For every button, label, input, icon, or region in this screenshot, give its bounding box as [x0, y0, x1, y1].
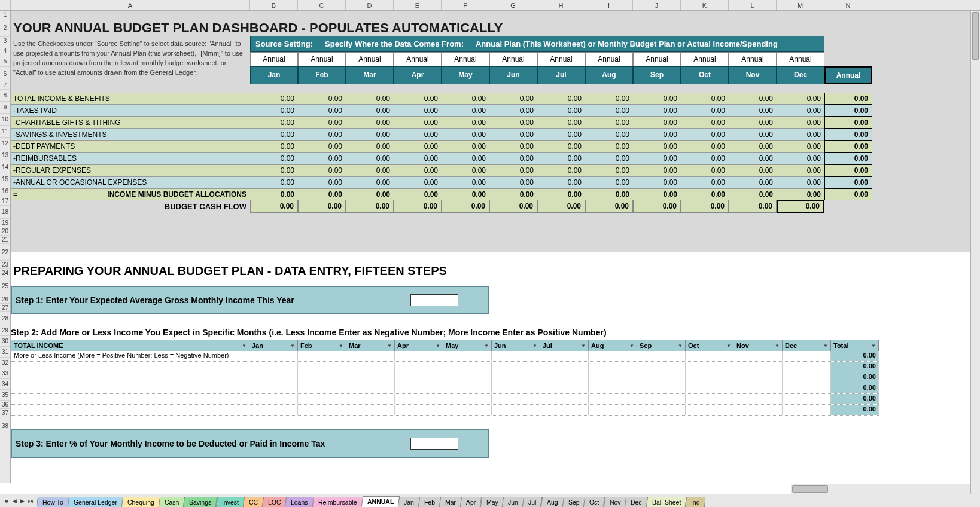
- step2-cell[interactable]: [686, 405, 734, 415]
- sheet-tab-aug[interactable]: Aug: [541, 497, 564, 507]
- sheet-tab-general-ledger[interactable]: General Ledger: [68, 497, 123, 507]
- col-header-E[interactable]: E: [394, 0, 442, 10]
- row-header-19[interactable]: 19: [0, 219, 10, 227]
- row-header-38[interactable]: 38: [0, 417, 10, 435]
- cell[interactable]: 0.00: [489, 141, 537, 152]
- cell[interactable]: 0.00: [298, 164, 346, 176]
- cell[interactable]: 0.00: [298, 152, 346, 164]
- step2-desc[interactable]: [11, 405, 249, 415]
- cell[interactable]: 0.00: [777, 105, 824, 117]
- col-header-K[interactable]: K: [681, 0, 729, 10]
- step2-cell[interactable]: [249, 351, 298, 361]
- filter-dropdown-icon[interactable]: ▼: [436, 343, 440, 349]
- step2-cell[interactable]: [346, 394, 395, 404]
- cell[interactable]: 0.00: [394, 176, 442, 188]
- cell[interactable]: 0.00: [585, 152, 633, 164]
- step2-cell[interactable]: [686, 362, 734, 372]
- cell[interactable]: 0.00: [537, 141, 585, 152]
- cell[interactable]: 0.00: [442, 105, 489, 117]
- step2-cell[interactable]: [783, 351, 831, 361]
- col-header-J[interactable]: J: [633, 0, 681, 10]
- cell[interactable]: 0.00: [442, 176, 489, 188]
- step2-cell[interactable]: [492, 362, 540, 372]
- row-header-8[interactable]: 8: [0, 90, 10, 102]
- sheet-tab-loans[interactable]: Loans: [285, 497, 314, 507]
- sheet-tab-cash[interactable]: Cash: [159, 497, 185, 507]
- step2-cell[interactable]: [492, 383, 540, 393]
- cell[interactable]: 0.00: [298, 93, 346, 105]
- cell[interactable]: 0.00: [681, 105, 729, 117]
- sheet-tab-invest[interactable]: Invest: [215, 497, 244, 507]
- row-header-31[interactable]: 31: [0, 347, 10, 358]
- sheet-tab-annual[interactable]: ANNUAL: [361, 496, 400, 507]
- col-header-G[interactable]: G: [489, 0, 537, 10]
- cell[interactable]: 0.00: [298, 105, 346, 117]
- cell[interactable]: 0.00: [633, 176, 681, 188]
- row-header-28[interactable]: 28: [0, 312, 10, 325]
- step2-cell[interactable]: [443, 362, 492, 372]
- row-header-27[interactable]: 27: [0, 304, 10, 312]
- step2-col-jun[interactable]: Jun▼: [492, 340, 540, 351]
- step2-cell[interactable]: [540, 372, 589, 383]
- row-header-20[interactable]: 20: [0, 227, 10, 236]
- cell[interactable]: 0.00: [777, 117, 824, 129]
- row-header-17[interactable]: 17: [0, 197, 10, 206]
- cell[interactable]: 0.00: [346, 164, 394, 176]
- sheet-tab-jan[interactable]: Jan: [398, 497, 420, 507]
- cell[interactable]: 0.00: [729, 129, 777, 141]
- step2-cell[interactable]: [734, 383, 783, 393]
- row-header-18[interactable]: 18: [0, 206, 10, 219]
- step2-cell[interactable]: [734, 405, 783, 415]
- filter-dropdown-icon[interactable]: ▼: [484, 343, 489, 349]
- step2-cell[interactable]: [637, 394, 686, 404]
- cell[interactable]: 0.00: [250, 176, 298, 188]
- source-setting-feb[interactable]: Annual: [298, 52, 346, 66]
- cell[interactable]: 0.00: [585, 117, 633, 129]
- step2-cell[interactable]: [395, 394, 443, 404]
- col-header-I[interactable]: I: [585, 0, 633, 10]
- tab-nav-icon[interactable]: ⏭: [27, 498, 35, 504]
- step2-col-feb[interactable]: Feb▼: [298, 340, 346, 351]
- cell[interactable]: 0.00: [729, 176, 777, 188]
- sheet-tab-savings[interactable]: Savings: [183, 497, 218, 507]
- col-header-N[interactable]: N: [824, 0, 872, 10]
- cell[interactable]: 0.00: [729, 164, 777, 176]
- filter-dropdown-icon[interactable]: ▼: [678, 343, 683, 349]
- tab-nav-icon[interactable]: ▶: [19, 498, 26, 504]
- filter-dropdown-icon[interactable]: ▼: [871, 343, 876, 349]
- step2-cell[interactable]: [249, 383, 298, 393]
- row-header-9[interactable]: 9: [0, 102, 10, 114]
- step2-cell[interactable]: [395, 383, 443, 393]
- step2-cell[interactable]: [589, 351, 637, 361]
- cell[interactable]: 0.00: [633, 141, 681, 152]
- filter-dropdown-icon[interactable]: ▼: [387, 343, 392, 349]
- step2-col-oct[interactable]: Oct▼: [686, 340, 734, 351]
- row-header-10[interactable]: 10: [0, 114, 10, 126]
- cell[interactable]: 0.00: [298, 176, 346, 188]
- cell[interactable]: 0.00: [489, 129, 537, 141]
- cell[interactable]: 0.00: [681, 164, 729, 176]
- step2-cell[interactable]: [637, 405, 686, 415]
- step2-cell[interactable]: [249, 405, 298, 415]
- step2-cell[interactable]: [346, 383, 395, 393]
- row-header-15[interactable]: 15: [0, 173, 10, 185]
- step2-cell[interactable]: [346, 372, 395, 383]
- step2-cell[interactable]: [395, 362, 443, 372]
- step2-cell[interactable]: [298, 394, 346, 404]
- row-header-13[interactable]: 13: [0, 149, 10, 161]
- cell[interactable]: 0.00: [537, 93, 585, 105]
- filter-dropdown-icon[interactable]: ▼: [339, 343, 343, 349]
- cell[interactable]: 0.00: [537, 129, 585, 141]
- cell[interactable]: 0.00: [442, 152, 489, 164]
- cell[interactable]: 0.00: [537, 152, 585, 164]
- step2-col-aug[interactable]: Aug▼: [589, 340, 637, 351]
- cell[interactable]: 0.00: [346, 129, 394, 141]
- row-header-35[interactable]: 35: [0, 390, 10, 401]
- sheet-tab-sep[interactable]: Sep: [562, 497, 585, 507]
- cell[interactable]: 0.00: [394, 129, 442, 141]
- step2-col-sep[interactable]: Sep▼: [637, 340, 686, 351]
- step2-cell[interactable]: [492, 394, 540, 404]
- cell[interactable]: 0.00: [394, 141, 442, 152]
- step2-cell[interactable]: [589, 383, 637, 393]
- step2-cell[interactable]: [589, 405, 637, 415]
